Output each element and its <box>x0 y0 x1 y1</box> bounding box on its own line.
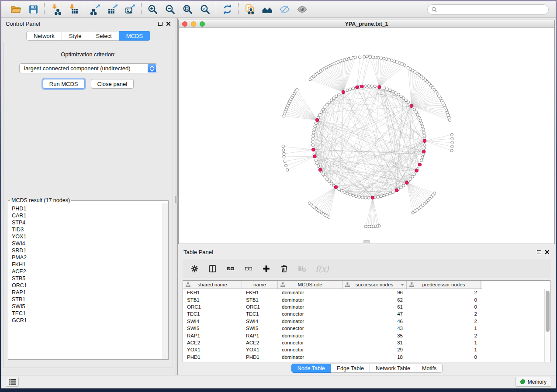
result-item[interactable]: STB5 <box>12 275 162 282</box>
result-item[interactable]: TID3 <box>12 226 162 233</box>
close-panel-icon[interactable] <box>166 21 171 26</box>
window-close-icon[interactable] <box>182 21 187 27</box>
result-item[interactable]: SWI5 <box>12 303 162 310</box>
horizontal-splitter-handle[interactable] <box>363 240 370 243</box>
table-row[interactable]: STB1STB1dominator620 <box>183 296 544 303</box>
result-item[interactable]: SRD1 <box>12 247 162 254</box>
tab-motifs[interactable]: Motifs <box>416 364 443 373</box>
node-table[interactable]: shared namename MCDS role successor node… <box>183 280 550 362</box>
mcds-list-scrollbar[interactable] <box>163 203 168 359</box>
search-input[interactable] <box>440 7 545 13</box>
cell: 0 <box>407 297 481 303</box>
column-header-successor-nodes[interactable]: successor nodes <box>343 281 407 289</box>
network-window-titlebar[interactable]: YPA_prune.txt_1 <box>179 20 554 28</box>
result-item[interactable]: TEC1 <box>12 310 162 317</box>
main-toolbar <box>1 1 556 18</box>
run-mcds-button[interactable]: Run MCDS <box>43 79 85 89</box>
criterion-dropdown[interactable]: largest connected component (undirected) <box>19 63 157 73</box>
close-panel-button[interactable]: Close panel <box>91 79 134 89</box>
table-row[interactable]: SWI4SWI4dominator462 <box>183 318 544 325</box>
result-item[interactable]: ORC1 <box>12 282 162 289</box>
settings-gear-icon[interactable] <box>190 264 199 273</box>
table-scrollbar-thumb[interactable] <box>546 291 550 332</box>
refresh-icon[interactable] <box>221 4 233 15</box>
select-all-icon[interactable] <box>226 264 235 273</box>
result-item[interactable]: YOX1 <box>12 233 162 240</box>
delete-row-icon[interactable] <box>280 264 289 273</box>
export-network-icon[interactable] <box>90 4 101 15</box>
panel-splitter[interactable] <box>175 18 178 375</box>
clone-network-icon[interactable] <box>244 4 255 15</box>
window-maximize-icon[interactable] <box>200 21 205 27</box>
column-header-MCDS-role[interactable]: MCDS role <box>278 281 343 289</box>
column-header-predecessor-nodes[interactable]: predecessor nodes <box>407 281 481 289</box>
hide-selected-icon[interactable] <box>279 4 290 15</box>
column-header-name[interactable]: name <box>242 281 278 289</box>
memory-button[interactable]: Memory <box>515 377 551 387</box>
result-item[interactable]: RAP1 <box>12 289 162 296</box>
memory-label: Memory <box>528 379 547 385</box>
result-item[interactable]: PMA2 <box>12 254 162 261</box>
float-table-panel-icon[interactable] <box>537 250 541 254</box>
network-graph[interactable] <box>179 28 554 244</box>
mcds-result-list[interactable]: PHD1CAR1STP4TID3YOX1SWI4SRD1PMA2FKH1ACE2… <box>9 204 162 359</box>
zoom-selected-icon[interactable] <box>199 4 211 15</box>
save-session-icon[interactable] <box>28 4 39 15</box>
tab-mcds[interactable]: MCDS <box>119 31 150 41</box>
deselect-all-icon[interactable] <box>244 264 253 273</box>
tab-network[interactable]: Network <box>26 31 62 41</box>
tab-style[interactable]: Style <box>62 31 89 41</box>
table-row[interactable]: RAP1RAP1dominator352 <box>183 332 544 339</box>
table-scrollbar[interactable] <box>544 289 550 362</box>
result-item[interactable]: STB1 <box>12 296 162 303</box>
add-row-icon[interactable] <box>262 264 271 273</box>
table-row[interactable]: ACE2ACE2connector311 <box>183 339 544 346</box>
panel-splitter-handle[interactable] <box>175 196 178 203</box>
result-item[interactable]: GCR1 <box>12 317 162 324</box>
search-box[interactable] <box>427 4 549 15</box>
tab-select[interactable]: Select <box>89 31 119 41</box>
table-row[interactable]: YOX1YOX1connector291 <box>183 346 544 353</box>
tab-edge-table[interactable]: Edge Table <box>331 364 370 373</box>
table-row[interactable]: SWI5SWI5connector431 <box>183 325 544 332</box>
network-view-window: YPA_prune.txt_1 <box>178 20 555 244</box>
open-file-icon[interactable] <box>10 4 21 15</box>
result-item[interactable]: CAR1 <box>12 212 162 219</box>
result-item[interactable]: ACE2 <box>12 268 162 275</box>
zoom-in-icon[interactable] <box>147 4 158 15</box>
split-columns-icon[interactable] <box>208 264 217 273</box>
table-row[interactable]: ORC1ORC1dominator610 <box>183 303 544 310</box>
zoom-out-icon[interactable] <box>164 4 176 15</box>
column-type-icon <box>280 282 285 288</box>
column-header-shared-name[interactable]: shared name <box>183 281 242 289</box>
table-row[interactable]: FKH1FKH1dominator962 <box>183 289 544 296</box>
cell: dominator <box>278 304 343 309</box>
result-item[interactable]: SWI4 <box>12 240 162 247</box>
result-item[interactable]: FKH1 <box>12 261 162 268</box>
cell: connector <box>278 326 343 331</box>
sort-desc-icon <box>401 284 404 286</box>
window-minimize-icon[interactable] <box>191 21 196 27</box>
cell: STB1 <box>183 297 242 303</box>
first-neighbors-icon[interactable] <box>261 4 273 15</box>
close-table-panel-icon[interactable] <box>545 250 550 254</box>
cell: 35 <box>343 333 407 338</box>
import-table-icon[interactable] <box>67 4 79 15</box>
result-item[interactable]: STP4 <box>12 219 162 226</box>
cell: 2 <box>407 333 481 338</box>
export-image-icon[interactable] <box>125 4 136 15</box>
show-all-icon[interactable] <box>296 4 308 15</box>
task-history-button[interactable] <box>6 377 19 387</box>
network-canvas[interactable] <box>179 28 554 244</box>
export-table-icon[interactable] <box>107 4 118 15</box>
table-row[interactable]: TEC1TEC1connector472 <box>183 310 544 317</box>
table-row[interactable]: PHD1PHD1dominator180 <box>183 354 544 361</box>
dropdown-stepper-icon <box>148 64 156 72</box>
float-panel-icon[interactable] <box>158 22 163 26</box>
cell: dominator <box>278 297 343 303</box>
tab-node-table[interactable]: Node Table <box>291 364 331 373</box>
import-network-icon[interactable] <box>50 4 61 15</box>
result-item[interactable]: PHD1 <box>12 205 162 212</box>
tab-network-table[interactable]: Network Table <box>370 364 416 373</box>
zoom-fit-icon[interactable] <box>182 4 193 15</box>
